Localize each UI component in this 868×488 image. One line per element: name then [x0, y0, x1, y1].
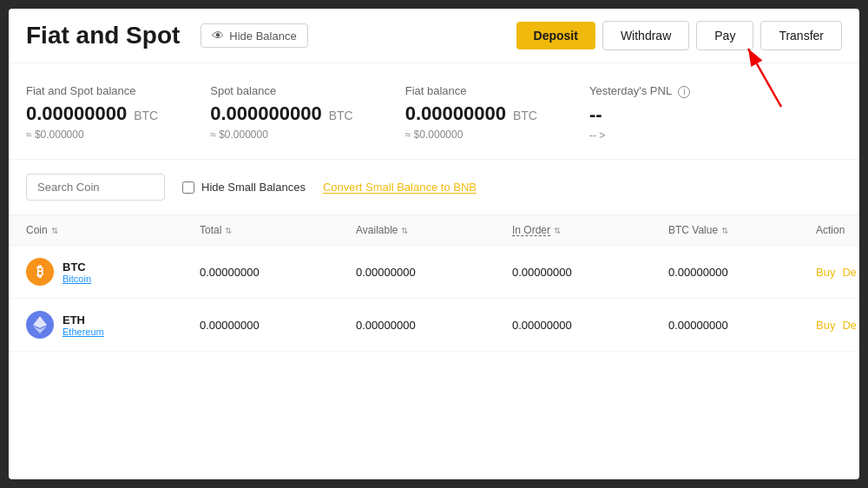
spot-balance-value: 0.000000000 — [210, 102, 321, 125]
fiat-balance: Fiat balance 0.00000000 BTC ≈ $0.000000 — [405, 84, 537, 142]
eth-symbol: ETH — [62, 313, 104, 326]
eye-slash-icon: 👁 — [212, 29, 224, 43]
btc-icon: ₿ — [26, 258, 54, 286]
available-sort-icon[interactable]: ⇅ — [401, 226, 408, 235]
total-sort-icon[interactable]: ⇅ — [225, 226, 232, 235]
fiat-spot-balance-value: 0.00000000 — [26, 102, 127, 125]
pnl-balance: Yesterday's PNL i -- -- > — [589, 84, 690, 142]
eth-actions: Buy De — [816, 319, 859, 332]
fiat-balance-label: Fiat balance — [405, 84, 537, 97]
coin-sort-icon[interactable]: ⇅ — [51, 226, 58, 235]
eth-btc-value: 0.00000000 — [668, 319, 816, 332]
table-row: ₿ BTC Bitcoin 0.00000000 0.00000000 0.00… — [9, 246, 859, 299]
btc-symbol: BTC — [62, 260, 91, 274]
fiat-spot-balance: Fiat and Spot balance 0.00000000 BTC ≈ $… — [26, 84, 158, 142]
spot-balance-label: Spot balance — [210, 84, 352, 97]
th-btc-value: BTC Value ⇅ — [668, 224, 816, 236]
th-coin: Coin ⇅ — [26, 224, 200, 236]
th-action: Action — [816, 224, 859, 236]
spot-balance: Spot balance 0.000000000 BTC ≈ $0.000000 — [210, 84, 352, 142]
th-total: Total ⇅ — [200, 224, 356, 236]
search-coin-input[interactable] — [26, 174, 165, 201]
hide-small-balances-label[interactable]: Hide Small Balances — [182, 181, 306, 194]
btc-total: 0.00000000 — [200, 266, 356, 279]
controls-section: Hide Small Balances Convert Small Balanc… — [9, 160, 859, 214]
balance-section: Fiat and Spot balance 0.00000000 BTC ≈ $… — [9, 63, 859, 160]
btc-in-order: 0.00000000 — [512, 266, 668, 279]
btc-fullname[interactable]: Bitcoin — [62, 274, 91, 284]
withdraw-button[interactable]: Withdraw — [602, 21, 689, 50]
pnl-sub[interactable]: -- > — [589, 129, 690, 142]
spot-balance-usd: ≈ $0.000000 — [210, 129, 352, 141]
eth-buy-action[interactable]: Buy — [816, 319, 835, 332]
btc-actions: Buy De — [816, 266, 859, 279]
pay-button[interactable]: Pay — [696, 21, 753, 50]
pnl-info-icon[interactable]: i — [678, 86, 690, 98]
btc-available: 0.00000000 — [356, 266, 512, 279]
in-order-sort-icon[interactable]: ⇅ — [554, 226, 561, 235]
eth-in-order: 0.00000000 — [512, 319, 668, 332]
convert-small-balance-link[interactable]: Convert Small Balance to BNB — [323, 181, 477, 194]
eth-deposit-action[interactable]: De — [842, 319, 857, 332]
fiat-balance-unit: BTC — [513, 109, 537, 122]
btc-deposit-action[interactable]: De — [842, 266, 857, 279]
th-in-order: In Order ⇅ — [512, 224, 668, 236]
btc-buy-action[interactable]: Buy — [816, 266, 835, 279]
fiat-balance-usd: ≈ $0.000000 — [405, 129, 537, 141]
eth-fullname[interactable]: Ethereum — [62, 326, 104, 337]
eth-available: 0.00000000 — [356, 319, 512, 332]
deposit-button[interactable]: Deposit — [516, 22, 595, 49]
header-actions: Deposit Withdraw Pay Transfer — [516, 21, 842, 50]
coin-table: Coin ⇅ Total ⇅ Available ⇅ In Order ⇅ BT… — [9, 214, 859, 352]
fiat-spot-balance-label: Fiat and Spot balance — [26, 84, 158, 97]
table-header: Coin ⇅ Total ⇅ Available ⇅ In Order ⇅ BT… — [9, 214, 859, 246]
hide-small-balances-checkbox[interactable] — [182, 181, 194, 194]
btc-btc-value: 0.00000000 — [668, 266, 816, 279]
pnl-label: Yesterday's PNL i — [589, 84, 690, 98]
eth-icon — [26, 311, 54, 339]
fiat-spot-balance-usd: ≈ $0.000000 — [26, 129, 158, 141]
hide-balance-button[interactable]: 👁 Hide Balance — [201, 23, 307, 48]
th-available: Available ⇅ — [356, 224, 512, 236]
hide-small-balances-text: Hide Small Balances — [201, 181, 306, 194]
table-row: ETH Ethereum 0.00000000 0.00000000 0.000… — [9, 299, 859, 352]
fiat-spot-balance-unit: BTC — [134, 109, 158, 122]
eth-total: 0.00000000 — [200, 319, 356, 332]
transfer-button[interactable]: Transfer — [760, 21, 842, 50]
eth-coin-cell: ETH Ethereum — [26, 311, 200, 339]
btc-value-sort-icon[interactable]: ⇅ — [721, 226, 728, 235]
page-title: Fiat and Spot — [26, 22, 180, 49]
fiat-balance-value: 0.00000000 — [405, 102, 506, 125]
spot-balance-unit: BTC — [329, 109, 353, 122]
hide-balance-label: Hide Balance — [229, 30, 296, 43]
btc-coin-cell: ₿ BTC Bitcoin — [26, 258, 200, 286]
pnl-value: -- — [589, 103, 690, 126]
